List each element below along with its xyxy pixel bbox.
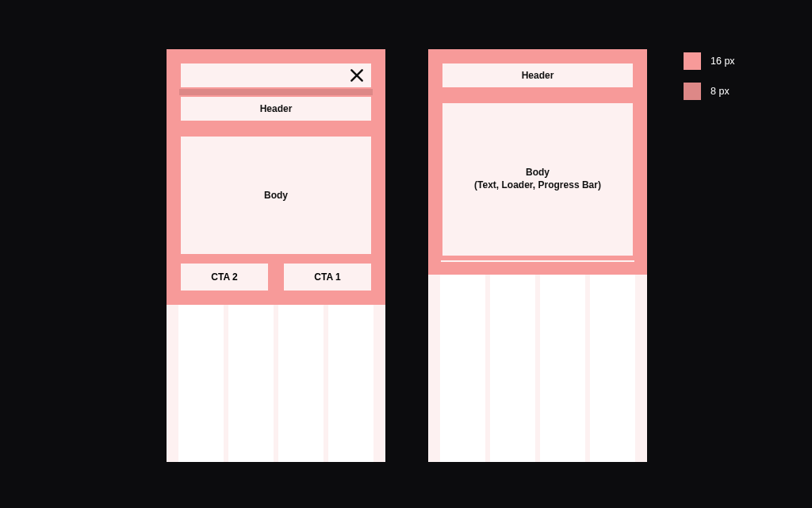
gap-8 bbox=[179, 89, 373, 95]
wireframe-diagram: Header Body CTA 2 CTA 1 Header bbox=[0, 0, 812, 508]
swatch-16-icon bbox=[684, 52, 701, 70]
header-slot: Header bbox=[441, 62, 634, 89]
legend-8px: 8 px bbox=[684, 83, 735, 100]
top-bar bbox=[179, 62, 373, 89]
header-slot: Header bbox=[179, 95, 373, 122]
body-line-1: Body bbox=[526, 167, 550, 179]
cta-1-button[interactable]: CTA 1 bbox=[282, 262, 373, 292]
body-slot: Body bbox=[179, 135, 373, 256]
spacing-legend: 16 px 8 px bbox=[684, 52, 735, 100]
legend-8-label: 8 px bbox=[710, 86, 730, 97]
body-slot: Body (Text, Loader, Progress Bar) bbox=[441, 102, 634, 257]
phone-mock-right: Header Body (Text, Loader, Progress Bar) bbox=[428, 49, 647, 462]
header-label: Header bbox=[522, 70, 554, 81]
swatch-8-icon bbox=[684, 83, 701, 100]
body-label: Body bbox=[264, 190, 288, 201]
hairline bbox=[441, 260, 634, 262]
header-label: Header bbox=[260, 103, 293, 114]
cta-2-label: CTA 2 bbox=[211, 271, 237, 283]
legend-16px: 16 px bbox=[684, 52, 735, 70]
cta-2-button[interactable]: CTA 2 bbox=[179, 262, 270, 292]
body-line-2: (Text, Loader, Progress Bar) bbox=[474, 179, 601, 192]
cta-row: CTA 2 CTA 1 bbox=[179, 262, 373, 292]
cta-1-label: CTA 1 bbox=[314, 271, 340, 283]
phone-mock-left: Header Body CTA 2 CTA 1 bbox=[167, 49, 385, 462]
close-icon[interactable] bbox=[349, 67, 365, 83]
legend-16-label: 16 px bbox=[710, 56, 735, 67]
